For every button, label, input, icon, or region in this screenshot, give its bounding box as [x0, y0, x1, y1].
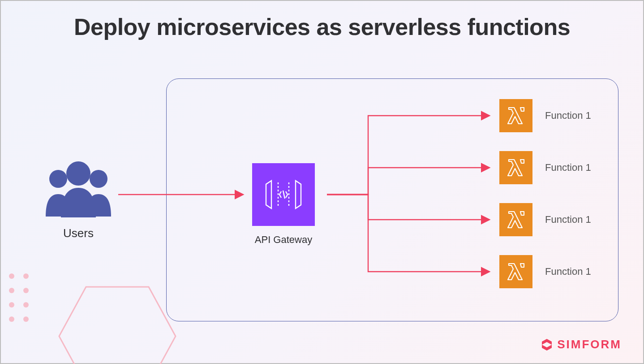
svg-point-0	[49, 170, 67, 188]
svg-line-5	[283, 191, 285, 199]
function-label: Function 1	[545, 110, 591, 121]
function-label: Function 1	[545, 266, 591, 277]
function-node-2: Function 1	[499, 151, 591, 184]
brand-text: SIMFORM	[557, 338, 622, 351]
function-node-4: Function 1	[499, 255, 591, 288]
lambda-icon	[499, 255, 532, 288]
brand-mark-icon	[540, 338, 554, 351]
lambda-icon	[499, 203, 532, 236]
users-label: Users	[36, 226, 121, 240]
lambda-icon	[499, 99, 532, 132]
api-gateway-label: API Gateway	[252, 234, 315, 246]
svg-point-1	[90, 170, 107, 188]
api-gateway-node: API Gateway	[252, 163, 315, 246]
function-node-3: Function 1	[499, 203, 591, 236]
function-node-1: Function 1	[499, 99, 591, 132]
lambda-icon	[499, 151, 532, 184]
decorative-hexagon	[55, 278, 180, 364]
function-label: Function 1	[545, 162, 591, 173]
svg-point-2	[66, 161, 90, 186]
diagram-title: Deploy microservices as serverless funct…	[1, 13, 643, 40]
brand-logo: SIMFORM	[540, 338, 622, 351]
decorative-dots	[9, 273, 30, 323]
users-icon	[40, 160, 116, 218]
function-label: Function 1	[545, 214, 591, 225]
users-node: Users	[36, 160, 121, 240]
api-gateway-icon	[252, 163, 315, 226]
